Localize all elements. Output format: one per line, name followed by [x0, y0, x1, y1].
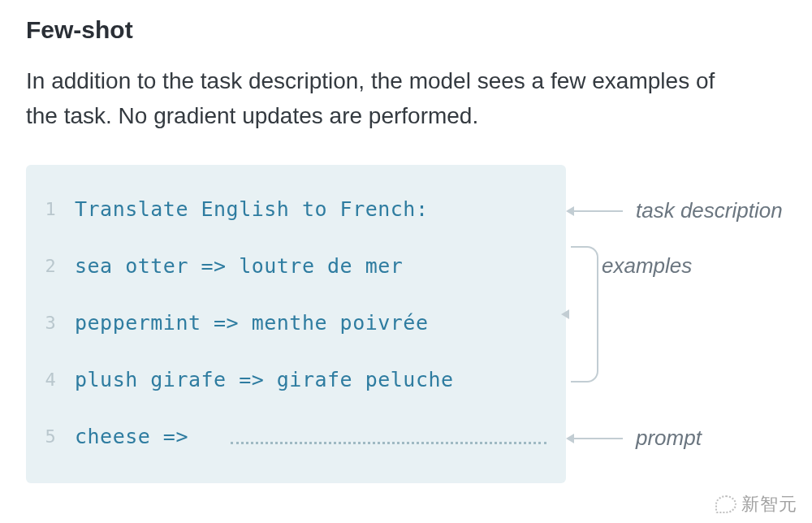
- section-description: In addition to the task description, the…: [26, 63, 741, 134]
- arrow-left-icon: [566, 206, 623, 216]
- annotation-examples: examples: [602, 254, 692, 279]
- annotation-label: prompt: [636, 426, 702, 451]
- wechat-icon: [715, 495, 736, 513]
- code-line: cheese =>: [75, 425, 188, 448]
- code-line: sea otter => loutre de mer: [75, 254, 403, 278]
- code-row: 1 Translate English to French:: [26, 181, 566, 238]
- line-number: 2: [26, 256, 75, 276]
- line-number: 3: [26, 313, 75, 333]
- brace-icon: [571, 246, 598, 383]
- line-number: 5: [26, 426, 75, 447]
- section-heading: Few-shot: [26, 16, 786, 44]
- code-line: plush girafe => girafe peluche: [75, 368, 454, 391]
- annotation-prompt: prompt: [566, 426, 702, 451]
- code-row: 5 cheese =>: [26, 408, 566, 465]
- code-line: Translate English to French:: [75, 197, 428, 221]
- code-line: peppermint => menthe poivrée: [75, 311, 428, 335]
- annotation-label: task description: [636, 198, 783, 223]
- watermark-text: 新智元: [741, 492, 797, 517]
- arrow-left-icon: [566, 434, 623, 443]
- arrow-left-icon: [561, 309, 569, 319]
- annotation-label: examples: [602, 253, 692, 279]
- code-row: 3 peppermint => menthe poivrée: [26, 295, 566, 352]
- line-number: 4: [26, 370, 75, 390]
- source-watermark: 新智元: [715, 492, 797, 517]
- annotation-column: task description examples prompt: [566, 165, 786, 483]
- code-block: 1 Translate English to French: 2 sea ott…: [26, 165, 566, 483]
- annotation-task-description: task description: [566, 199, 783, 223]
- line-number: 1: [26, 199, 75, 219]
- figure: 1 Translate English to French: 2 sea ott…: [26, 165, 786, 483]
- code-row: 2 sea otter => loutre de mer: [26, 238, 566, 295]
- prompt-dotted-underline: [231, 442, 546, 444]
- code-row: 4 plush girafe => girafe peluche: [26, 352, 566, 408]
